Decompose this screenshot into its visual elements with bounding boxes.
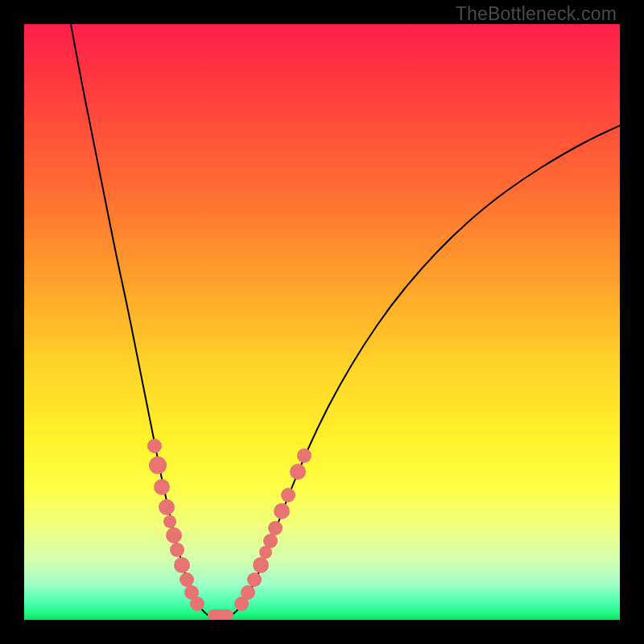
data-dot [268,521,283,535]
data-dots [147,439,312,611]
data-dot [263,534,278,548]
data-dot [163,515,176,528]
data-dot [274,503,290,519]
data-dot [247,572,262,587]
data-dot [147,439,162,453]
chart-frame: TheBottleneck.com [0,0,644,644]
data-dot [241,585,255,600]
data-dot [159,499,175,515]
data-dot [190,597,204,611]
data-dot [154,479,170,495]
watermark-text: TheBottleneck.com [456,3,617,25]
data-dot [180,572,194,587]
data-dot [170,543,184,557]
data-dot [174,557,190,573]
data-dot [253,557,269,573]
data-dot [290,464,306,480]
data-dot [166,527,182,543]
data-dot [297,448,312,463]
plot-area [24,24,620,620]
data-dot [281,488,295,502]
bottom-flat-pill [208,609,233,620]
data-dot [149,456,167,474]
bottleneck-curve-svg [24,24,620,620]
curve-path [71,24,620,615]
